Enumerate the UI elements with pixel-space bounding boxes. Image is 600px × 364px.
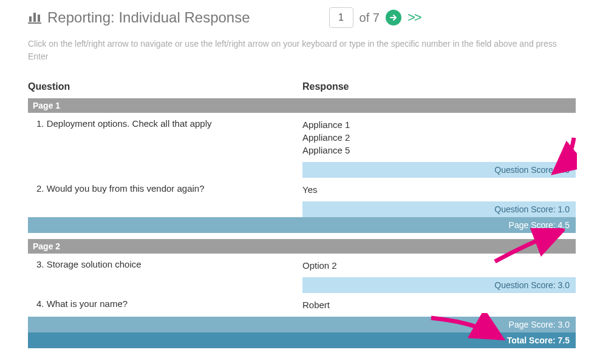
page-score: Page Score: 4.5 (28, 217, 576, 233)
question-score: Question Score: 3.0 (302, 277, 576, 293)
page-score: Page Score: 3.0 (28, 317, 576, 332)
question-row: 1. Deployment options. Check all that ap… (28, 113, 576, 162)
bar-chart-icon (28, 12, 41, 24)
question-text: 2. Would you buy from this vendor again? (36, 183, 302, 196)
response-text: Option 2 (302, 259, 567, 272)
question-score: Question Score: 1.0 (302, 201, 576, 217)
svg-rect-3 (38, 15, 40, 22)
question-score: Question Score: 3.5 (302, 162, 576, 178)
page-header: Page 2 (28, 239, 576, 254)
question-row: 2. Would you buy from this vendor again?… (28, 178, 576, 201)
helper-text: Click on the left/right arrow to navigat… (28, 38, 576, 63)
page-number-input[interactable] (329, 7, 353, 28)
question-text: 1. Deployment options. Check all that ap… (36, 118, 302, 157)
page-title: Reporting: Individual Response (47, 9, 250, 26)
column-header-question: Question (28, 81, 302, 92)
skip-forward-button[interactable]: >> (407, 10, 421, 25)
column-header-response: Response (302, 81, 576, 92)
response-text: Appliance 1 Appliance 2 Appliance 5 (302, 118, 567, 157)
svg-rect-1 (29, 16, 32, 22)
svg-rect-0 (28, 22, 41, 24)
of-label: of 7 (360, 11, 380, 25)
response-text: Yes (302, 183, 567, 196)
question-row: 3. Storage solution choiceOption 2 (28, 254, 576, 277)
question-text: 3. Storage solution choice (36, 259, 302, 272)
svg-rect-2 (33, 13, 36, 22)
total-score: Total Score: 7.5 (28, 332, 576, 348)
question-text: 4. What is your name? (36, 298, 302, 311)
question-row: 4. What is your name?Robert (28, 293, 576, 317)
page-header: Page 1 (28, 98, 576, 113)
go-next-button[interactable] (386, 10, 401, 25)
response-text: Robert (302, 298, 567, 311)
